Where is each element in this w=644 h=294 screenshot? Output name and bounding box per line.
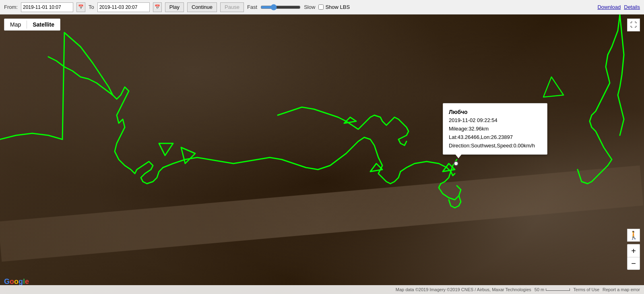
map-type-toggle: Map Satellite (4, 19, 60, 31)
play-button[interactable]: Play (165, 2, 184, 12)
pegman-button[interactable]: 🚶 (627, 229, 640, 242)
from-date-input[interactable] (21, 2, 73, 12)
download-link[interactable]: Download (597, 4, 621, 10)
details-link[interactable]: Details (624, 4, 640, 10)
map-data-text: Map data ©2019 Imagery ©2019 CNES / Airb… (396, 287, 531, 292)
tooltip-datetime: 2019-11-02 09:22:54 (449, 116, 541, 125)
zoom-controls: + − (627, 244, 640, 270)
scale-bar: 50 m (535, 287, 570, 292)
tooltip-direction-speed: Direction:Southwest,Speed:0.00km/h (449, 142, 541, 150)
to-label: To (89, 4, 94, 10)
terms-of-use-link[interactable]: Terms of Use (573, 287, 599, 292)
show-lbs-label: Show LBS (325, 4, 350, 10)
tooltip-latlon: Lat:43.26466,Lon:26.23897 (449, 133, 541, 142)
zoom-out-button[interactable]: − (627, 257, 640, 270)
show-lbs-checkbox[interactable] (318, 4, 324, 10)
attribution-bar: Map data ©2019 Imagery ©2019 CNES / Airb… (0, 285, 644, 294)
location-tooltip: Любчо 2019-11-02 09:22:54 Mileage:32.96k… (443, 103, 547, 155)
pegman-icon: 🚶 (629, 230, 639, 240)
pause-button[interactable]: Pause (220, 2, 244, 12)
to-date-input[interactable] (97, 2, 150, 12)
fullscreen-button[interactable]: ⛶ (627, 19, 640, 31)
speed-slider[interactable] (260, 4, 301, 10)
toolbar: From: 📅 To 📅 Play Continue Pause Fast Sl… (0, 0, 644, 14)
report-error-link[interactable]: Report a map error (603, 287, 640, 292)
show-lbs-wrap: Show LBS (318, 4, 350, 10)
tooltip-name: Любчо (449, 108, 541, 116)
tooltip-mileage: Mileage:32.96km (449, 125, 541, 133)
fast-label: Fast (247, 4, 257, 10)
to-calendar-btn[interactable]: 📅 (153, 2, 162, 12)
map-type-map-btn[interactable]: Map (4, 19, 27, 30)
scale-line (546, 288, 570, 291)
from-label: From: (4, 4, 18, 10)
slow-label: Slow (304, 4, 315, 10)
map-area[interactable]: Map Satellite ⛶ Любчо 2019-11-02 09:22:5… (0, 14, 644, 294)
continue-button[interactable]: Continue (187, 2, 217, 12)
scale-label: 50 m (535, 287, 544, 292)
map-type-satellite-btn[interactable]: Satellite (27, 19, 60, 30)
from-calendar-btn[interactable]: 📅 (76, 2, 85, 12)
zoom-in-button[interactable]: + (627, 244, 640, 257)
google-logo: Google (4, 277, 29, 286)
fullscreen-icon: ⛶ (630, 21, 637, 29)
